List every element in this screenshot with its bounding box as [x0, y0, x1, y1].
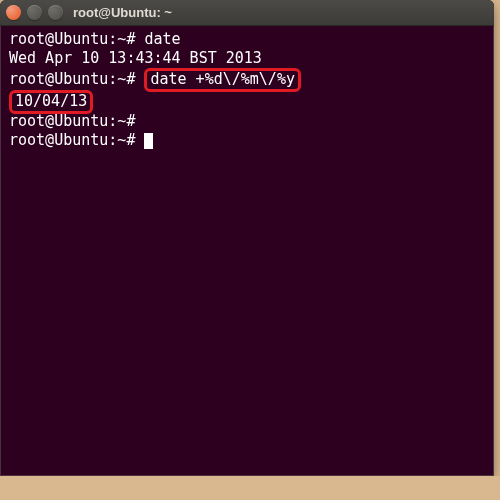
command-text: date +%d\/%m\/%y [150, 70, 295, 88]
terminal-line: root@Ubuntu:~# [9, 112, 485, 131]
terminal-line: root@Ubuntu:~# [9, 131, 485, 150]
prompt: root@Ubuntu:~# [9, 131, 144, 149]
prompt: root@Ubuntu:~# [9, 30, 144, 48]
titlebar[interactable]: root@Ubuntu: ~ [0, 0, 494, 26]
command-text: date [144, 30, 180, 48]
window-title: root@Ubuntu: ~ [73, 5, 172, 20]
prompt: root@Ubuntu:~# [9, 112, 144, 130]
terminal-line: root@Ubuntu:~# date +%d\/%m\/%y [9, 68, 485, 92]
close-icon[interactable] [6, 5, 21, 20]
terminal-window: root@Ubuntu: ~ root@Ubuntu:~# date Wed A… [0, 0, 494, 476]
output-text: 10/04/13 [15, 92, 87, 110]
highlighted-command: date +%d\/%m\/%y [144, 68, 301, 92]
maximize-icon[interactable] [48, 5, 63, 20]
minimize-icon[interactable] [27, 5, 42, 20]
terminal-line: Wed Apr 10 13:43:44 BST 2013 [9, 49, 485, 68]
cursor-icon [144, 133, 153, 149]
output-text: Wed Apr 10 13:43:44 BST 2013 [9, 49, 262, 67]
terminal-body[interactable]: root@Ubuntu:~# date Wed Apr 10 13:43:44 … [0, 26, 494, 476]
terminal-line: 10/04/13 [9, 92, 485, 112]
highlighted-output: 10/04/13 [9, 90, 93, 114]
prompt: root@Ubuntu:~# [9, 70, 144, 88]
desktop-background [0, 476, 500, 500]
terminal-line: root@Ubuntu:~# date [9, 30, 485, 49]
window-controls [6, 5, 63, 20]
